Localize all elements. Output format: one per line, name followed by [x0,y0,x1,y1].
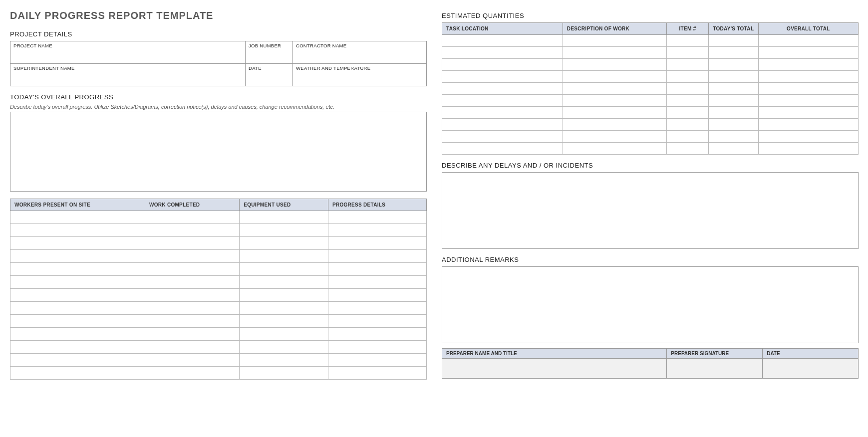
table-cell[interactable] [667,35,708,47]
table-cell[interactable] [10,367,145,380]
table-cell[interactable] [563,143,667,155]
table-cell[interactable] [328,250,426,263]
table-cell[interactable] [145,354,239,367]
table-cell[interactable] [240,237,328,250]
table-cell[interactable] [667,119,708,131]
table-cell[interactable] [328,224,426,237]
table-cell[interactable] [145,211,239,224]
table-cell[interactable] [442,47,563,59]
table-cell[interactable] [10,341,145,354]
table-cell[interactable] [145,328,239,341]
table-cell[interactable] [328,302,426,315]
table-cell[interactable] [442,119,563,131]
table-cell[interactable] [758,107,858,119]
table-cell[interactable] [758,119,858,131]
input-contractor-name[interactable] [292,48,426,63]
table-cell[interactable] [563,71,667,83]
input-superintendent-name[interactable] [10,71,245,86]
table-cell[interactable] [145,289,239,302]
table-cell[interactable] [708,35,758,47]
input-job-number[interactable] [245,48,292,63]
table-cell[interactable] [240,315,328,328]
table-cell[interactable] [442,35,563,47]
input-preparer-signature[interactable] [667,359,763,379]
table-cell[interactable] [145,276,239,289]
table-cell[interactable] [10,328,145,341]
table-cell[interactable] [328,211,426,224]
table-cell[interactable] [145,237,239,250]
table-cell[interactable] [667,71,708,83]
table-cell[interactable] [563,35,667,47]
table-cell[interactable] [758,71,858,83]
input-remarks[interactable] [442,266,859,343]
table-cell[interactable] [563,59,667,71]
table-cell[interactable] [328,341,426,354]
table-cell[interactable] [145,263,239,276]
table-cell[interactable] [442,71,563,83]
table-cell[interactable] [328,328,426,341]
table-cell[interactable] [708,131,758,143]
table-cell[interactable] [10,354,145,367]
table-cell[interactable] [442,107,563,119]
table-cell[interactable] [758,95,858,107]
table-cell[interactable] [442,83,563,95]
table-cell[interactable] [240,354,328,367]
input-preparer-date[interactable] [763,359,859,379]
table-cell[interactable] [328,263,426,276]
table-cell[interactable] [667,83,708,95]
table-cell[interactable] [667,143,708,155]
table-cell[interactable] [667,47,708,59]
table-cell[interactable] [10,302,145,315]
table-cell[interactable] [758,83,858,95]
table-cell[interactable] [328,289,426,302]
table-cell[interactable] [328,354,426,367]
input-delays[interactable] [442,172,859,249]
table-cell[interactable] [10,211,145,224]
table-cell[interactable] [442,143,563,155]
table-cell[interactable] [563,47,667,59]
table-cell[interactable] [708,143,758,155]
table-cell[interactable] [145,341,239,354]
table-cell[interactable] [442,95,563,107]
table-cell[interactable] [240,276,328,289]
table-cell[interactable] [667,59,708,71]
table-cell[interactable] [563,119,667,131]
table-cell[interactable] [328,276,426,289]
table-cell[interactable] [758,47,858,59]
table-cell[interactable] [10,289,145,302]
table-cell[interactable] [145,224,239,237]
table-cell[interactable] [442,59,563,71]
table-cell[interactable] [708,59,758,71]
table-cell[interactable] [10,250,145,263]
table-cell[interactable] [667,95,708,107]
table-cell[interactable] [563,83,667,95]
table-cell[interactable] [10,224,145,237]
table-cell[interactable] [145,367,239,380]
table-cell[interactable] [145,302,239,315]
table-cell[interactable] [708,119,758,131]
table-cell[interactable] [240,211,328,224]
table-cell[interactable] [708,95,758,107]
table-cell[interactable] [145,315,239,328]
table-cell[interactable] [758,35,858,47]
table-cell[interactable] [667,107,708,119]
table-cell[interactable] [758,143,858,155]
table-cell[interactable] [240,289,328,302]
table-cell[interactable] [240,328,328,341]
table-cell[interactable] [667,131,708,143]
table-cell[interactable] [708,107,758,119]
table-cell[interactable] [10,276,145,289]
table-cell[interactable] [240,250,328,263]
table-cell[interactable] [758,59,858,71]
input-overall-progress[interactable] [10,112,427,192]
table-cell[interactable] [328,237,426,250]
table-cell[interactable] [563,107,667,119]
table-cell[interactable] [328,315,426,328]
table-cell[interactable] [10,315,145,328]
table-cell[interactable] [240,367,328,380]
table-cell[interactable] [10,237,145,250]
input-project-name[interactable] [10,48,245,63]
table-cell[interactable] [708,71,758,83]
table-cell[interactable] [10,263,145,276]
table-cell[interactable] [563,95,667,107]
